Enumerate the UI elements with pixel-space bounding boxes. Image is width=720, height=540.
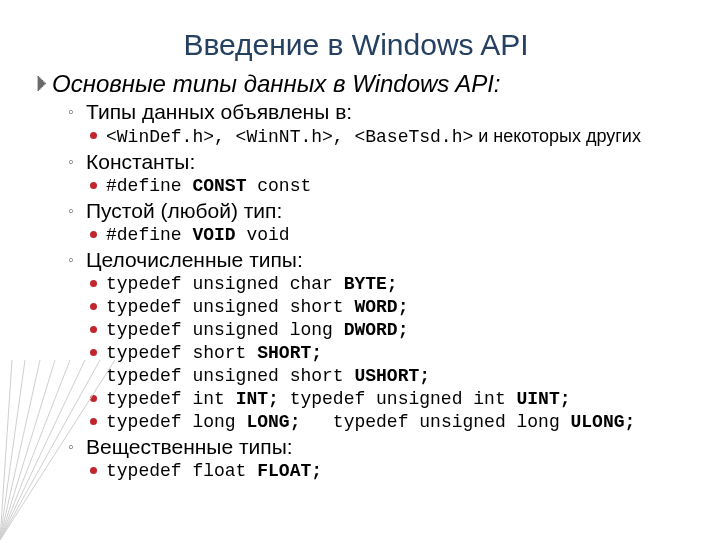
code-keyword: UINT; bbox=[516, 389, 570, 409]
code: typedef unsigned short bbox=[106, 366, 354, 386]
arrow-icon: 🞂 bbox=[32, 70, 52, 98]
code: #define bbox=[106, 176, 192, 196]
slide: Введение в Windows API 🞂 Основные типы д… bbox=[0, 0, 720, 540]
void-def: #define VOID void bbox=[90, 224, 680, 246]
code: typedef int bbox=[106, 389, 236, 409]
dot-icon bbox=[90, 125, 106, 139]
const-def-text: #define CONST const bbox=[106, 175, 311, 197]
int-long: typedef long LONG; typedef unsigned long… bbox=[90, 411, 680, 433]
code: typedef unsigned long bbox=[300, 412, 570, 432]
code-keyword: DWORD; bbox=[344, 320, 409, 340]
code: typedef unsigned long bbox=[106, 320, 344, 340]
int-int: typedef int INT; typedef unsigned int UI… bbox=[90, 388, 680, 410]
code-keyword: SHORT; bbox=[257, 343, 322, 363]
dot-icon bbox=[90, 319, 106, 333]
circle-icon: ◦ bbox=[68, 435, 86, 459]
headers-tail: и некоторых других bbox=[473, 126, 641, 146]
code-line: typedef int INT; typedef unsigned int UI… bbox=[106, 388, 571, 410]
code: typedef unsigned int bbox=[279, 389, 517, 409]
code-keyword: FLOAT; bbox=[257, 461, 322, 481]
dot-icon bbox=[90, 296, 106, 310]
sub-declared: ◦ Типы данных объявлены в: bbox=[68, 100, 680, 124]
code: typedef unsigned char bbox=[106, 274, 344, 294]
svg-line-5 bbox=[0, 360, 40, 540]
sub-int-text: Целочисленные типы: bbox=[86, 248, 303, 272]
int-short: typedef short SHORT; bbox=[90, 342, 680, 364]
sub-real-text: Вещественные типы: bbox=[86, 435, 293, 459]
circle-icon: ◦ bbox=[68, 100, 86, 124]
dot-icon bbox=[90, 273, 106, 287]
code-keyword: CONST bbox=[192, 176, 246, 196]
sub-void-text: Пустой (любой) тип: bbox=[86, 199, 282, 223]
code-line: typedef unsigned short USHORT; bbox=[106, 365, 430, 387]
svg-line-3 bbox=[0, 360, 70, 540]
dot-icon bbox=[90, 411, 106, 425]
code-keyword: VOID bbox=[192, 225, 235, 245]
code-line: typedef unsigned long DWORD; bbox=[106, 319, 408, 341]
code: typedef float bbox=[106, 461, 257, 481]
code-keyword: BYTE; bbox=[344, 274, 398, 294]
code-keyword: ULONG; bbox=[571, 412, 636, 432]
circle-icon: ◦ bbox=[68, 248, 86, 272]
svg-line-4 bbox=[0, 360, 55, 540]
code-line: typedef short SHORT; bbox=[106, 342, 322, 364]
code: typedef unsigned short bbox=[106, 297, 354, 317]
circle-icon: ◦ bbox=[68, 199, 86, 223]
dot-icon bbox=[90, 175, 106, 189]
dot-icon bbox=[90, 388, 106, 402]
sub-const: ◦ Константы: bbox=[68, 150, 680, 174]
code-keyword: WORD; bbox=[354, 297, 408, 317]
code-keyword: LONG; bbox=[246, 412, 300, 432]
sub-const-text: Константы: bbox=[86, 150, 195, 174]
code: typedef long bbox=[106, 412, 246, 432]
code: void bbox=[236, 225, 290, 245]
sub-real: ◦ Вещественные типы: bbox=[68, 435, 680, 459]
svg-line-6 bbox=[0, 360, 25, 540]
const-def: #define CONST const bbox=[90, 175, 680, 197]
real-float: typedef float FLOAT; bbox=[90, 460, 680, 482]
code-line: typedef float FLOAT; bbox=[106, 460, 322, 482]
sub-declared-text: Типы данных объявлены в: bbox=[86, 100, 352, 124]
svg-line-7 bbox=[0, 360, 12, 540]
int-ushort: typedef unsigned short USHORT; bbox=[90, 365, 680, 387]
slide-title: Введение в Windows API bbox=[32, 28, 680, 62]
void-def-text: #define VOID void bbox=[106, 224, 290, 246]
code: typedef short bbox=[106, 343, 257, 363]
int-dword: typedef unsigned long DWORD; bbox=[90, 319, 680, 341]
dot-icon bbox=[90, 460, 106, 474]
heading-main-text: Основные типы данных в Windows API: bbox=[52, 70, 500, 98]
code-keyword: USHORT; bbox=[354, 366, 430, 386]
code: #define bbox=[106, 225, 192, 245]
sub-void: ◦ Пустой (любой) тип: bbox=[68, 199, 680, 223]
dot-icon bbox=[90, 342, 106, 356]
heading-main: 🞂 Основные типы данных в Windows API: bbox=[32, 70, 680, 98]
code-line: typedef unsigned short WORD; bbox=[106, 296, 408, 318]
headers-code: <WinDef.h>, <WinNT.h>, <BaseTsd.h> bbox=[106, 127, 473, 147]
code: const bbox=[246, 176, 311, 196]
headers-line-text: <WinDef.h>, <WinNT.h>, <BaseTsd.h> и нек… bbox=[106, 125, 666, 148]
code-keyword: INT; bbox=[236, 389, 279, 409]
sub-int: ◦ Целочисленные типы: bbox=[68, 248, 680, 272]
dot-icon bbox=[90, 224, 106, 238]
int-word: typedef unsigned short WORD; bbox=[90, 296, 680, 318]
circle-icon: ◦ bbox=[68, 150, 86, 174]
headers-line: <WinDef.h>, <WinNT.h>, <BaseTsd.h> и нек… bbox=[90, 125, 680, 148]
code-line: typedef long LONG; typedef unsigned long… bbox=[106, 411, 666, 433]
int-byte: typedef unsigned char BYTE; bbox=[90, 273, 680, 295]
code-line: typedef unsigned char BYTE; bbox=[106, 273, 398, 295]
